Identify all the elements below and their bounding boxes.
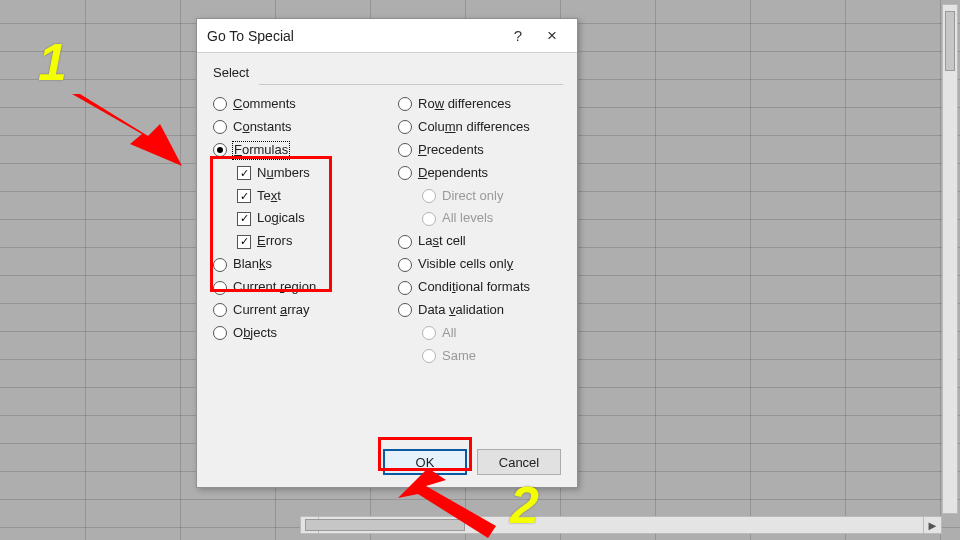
options-left-column: Comments Constants Formulas Numbers Text: [211, 93, 378, 368]
checkbox-errors[interactable]: Errors: [235, 230, 378, 253]
checkbox-logicals[interactable]: Logicals: [235, 207, 378, 230]
annotation-arrow-1-icon: [72, 94, 202, 174]
radio-icon: [213, 143, 227, 157]
option-label: Current array: [233, 302, 310, 319]
option-column-differences[interactable]: Column differences: [396, 116, 563, 139]
radio-icon: [213, 120, 227, 134]
checkbox-icon: [237, 235, 251, 249]
radio-icon: [398, 235, 412, 249]
option-label: Data validation: [418, 302, 504, 319]
dialog-titlebar[interactable]: Go To Special ? ×: [197, 19, 577, 53]
annotation-step-1: 1: [38, 32, 67, 92]
svg-marker-1: [398, 468, 496, 538]
option-data-validation[interactable]: Data validation: [396, 299, 563, 322]
option-dependents[interactable]: Dependents: [396, 162, 563, 185]
radio-icon: [398, 166, 412, 180]
option-label: Conditional formats: [418, 279, 530, 296]
option-label: All: [442, 325, 456, 342]
radio-icon: [213, 303, 227, 317]
option-label: Visible cells only: [418, 256, 513, 273]
option-dv-same: Same: [420, 345, 563, 368]
scroll-right-icon[interactable]: ►: [923, 517, 941, 533]
option-current-array[interactable]: Current array: [211, 299, 378, 322]
option-label: Text: [257, 188, 281, 205]
annotation-step-2: 2: [510, 475, 539, 535]
options-right-column: Row differences Column differences Prece…: [396, 93, 563, 368]
option-label: All levels: [442, 210, 493, 227]
help-icon[interactable]: ?: [501, 22, 535, 50]
radio-icon: [398, 120, 412, 134]
option-direct-only: Direct only: [420, 185, 563, 208]
option-row-differences[interactable]: Row differences: [396, 93, 563, 116]
section-divider: [259, 84, 563, 85]
checkbox-text[interactable]: Text: [235, 185, 378, 208]
radio-icon: [398, 143, 412, 157]
option-label: Column differences: [418, 119, 530, 136]
option-objects[interactable]: Objects: [211, 322, 378, 345]
radio-icon: [398, 258, 412, 272]
dialog-title: Go To Special: [207, 28, 501, 44]
radio-icon: [398, 281, 412, 295]
option-label: Objects: [233, 325, 277, 342]
option-label: Blanks: [233, 256, 272, 273]
option-label: Row differences: [418, 96, 511, 113]
annotation-arrow-2-icon: [398, 468, 508, 538]
option-label: Direct only: [442, 188, 503, 205]
radio-icon: [213, 97, 227, 111]
option-precedents[interactable]: Precedents: [396, 139, 563, 162]
option-label: Dependents: [418, 165, 488, 182]
option-label: Current region: [233, 279, 316, 296]
option-conditional-formats[interactable]: Conditional formats: [396, 276, 563, 299]
checkbox-icon: [237, 189, 251, 203]
horizontal-scrollbar[interactable]: ◄ ►: [300, 516, 942, 534]
svg-marker-0: [72, 94, 182, 166]
radio-icon: [422, 212, 436, 226]
option-label: Comments: [233, 96, 296, 113]
option-label: Precedents: [418, 142, 484, 159]
option-label: Same: [442, 348, 476, 365]
select-section-label: Select: [213, 65, 563, 80]
option-label: Numbers: [257, 165, 310, 182]
radio-icon: [422, 349, 436, 363]
option-formulas[interactable]: Formulas: [211, 139, 378, 162]
radio-icon: [213, 281, 227, 295]
option-label: Last cell: [418, 233, 466, 250]
option-dv-all: All: [420, 322, 563, 345]
radio-icon: [422, 326, 436, 340]
radio-icon: [398, 97, 412, 111]
close-icon[interactable]: ×: [535, 22, 569, 50]
go-to-special-dialog: Go To Special ? × Select Comments Consta…: [196, 18, 578, 488]
option-label: Formulas: [233, 142, 289, 159]
checkbox-icon: [237, 166, 251, 180]
option-current-region[interactable]: Current region: [211, 276, 378, 299]
scrollbar-thumb[interactable]: [945, 11, 955, 71]
option-constants[interactable]: Constants: [211, 116, 378, 139]
radio-icon: [213, 326, 227, 340]
option-visible-cells[interactable]: Visible cells only: [396, 253, 563, 276]
option-last-cell[interactable]: Last cell: [396, 230, 563, 253]
radio-icon: [422, 189, 436, 203]
option-label: Logicals: [257, 210, 305, 227]
checkbox-icon: [237, 212, 251, 226]
option-label: Constants: [233, 119, 292, 136]
option-label: Errors: [257, 233, 292, 250]
checkbox-numbers[interactable]: Numbers: [235, 162, 378, 185]
dialog-button-row: OK Cancel: [197, 449, 577, 475]
vertical-scrollbar[interactable]: [942, 4, 958, 514]
option-blanks[interactable]: Blanks: [211, 253, 378, 276]
radio-icon: [213, 258, 227, 272]
radio-icon: [398, 303, 412, 317]
option-comments[interactable]: Comments: [211, 93, 378, 116]
option-all-levels: All levels: [420, 207, 563, 230]
